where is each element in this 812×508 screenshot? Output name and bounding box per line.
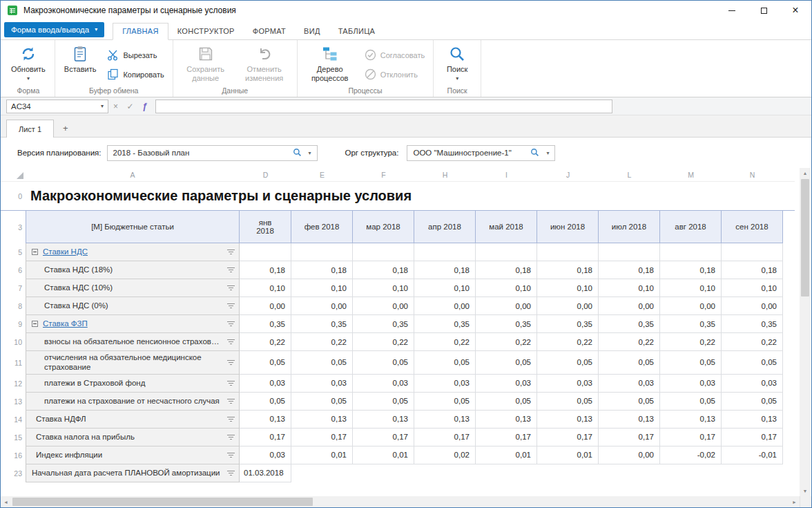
cell[interactable]: 0,00 bbox=[722, 297, 783, 315]
cell[interactable]: 0,10 bbox=[414, 279, 476, 297]
cell[interactable]: 0,17 bbox=[414, 429, 476, 446]
copy-button[interactable]: Копировать bbox=[103, 67, 168, 82]
reject-button[interactable]: Отклонить bbox=[360, 67, 422, 82]
cell[interactable] bbox=[660, 464, 722, 482]
row-number[interactable]: 14 bbox=[1, 411, 26, 429]
cell[interactable] bbox=[537, 464, 599, 482]
ribbon-tab[interactable]: КОНСТРУКТОР bbox=[168, 23, 244, 39]
cell[interactable]: 0,35 bbox=[660, 315, 722, 333]
minimize-button[interactable] bbox=[716, 1, 748, 20]
cell[interactable]: 0,05 bbox=[537, 351, 599, 375]
confirm-entry-icon[interactable]: ✓ bbox=[123, 102, 137, 111]
cell[interactable]: -0,02 bbox=[660, 446, 722, 464]
column-header[interactable]: J bbox=[537, 168, 599, 181]
cell[interactable]: 0,00 bbox=[353, 297, 414, 315]
scroll-up-icon[interactable]: ▲ bbox=[800, 168, 811, 178]
header-month[interactable]: мар 2018 bbox=[353, 211, 414, 243]
save-data-button[interactable]: Сохранить данные bbox=[177, 42, 234, 84]
cell[interactable]: 0,03 bbox=[722, 375, 783, 393]
filter-icon[interactable] bbox=[226, 471, 235, 476]
cell[interactable]: 0,22 bbox=[240, 333, 291, 351]
cell[interactable]: 0,03 bbox=[537, 375, 599, 393]
cut-button[interactable]: Вырезать bbox=[103, 48, 161, 62]
cell[interactable]: 0,03 bbox=[660, 375, 722, 393]
row-label[interactable]: взносы на обязательное пенсионное страхо… bbox=[26, 333, 240, 351]
header-month[interactable]: авг 2018 bbox=[660, 211, 722, 243]
version-combo[interactable]: 2018 - Базовый план ▾ bbox=[107, 145, 318, 161]
close-button[interactable]: × bbox=[780, 1, 811, 20]
cell[interactable] bbox=[537, 243, 599, 261]
row-number[interactable]: 12 bbox=[1, 375, 26, 393]
scroll-right-icon[interactable]: ► bbox=[789, 496, 800, 507]
cell[interactable] bbox=[599, 464, 660, 482]
chevron-down-icon[interactable]: ▾ bbox=[306, 150, 314, 156]
cell[interactable]: 0,13 bbox=[476, 411, 537, 429]
scroll-down-icon[interactable]: ▼ bbox=[800, 486, 811, 496]
column-header[interactable]: F bbox=[353, 168, 414, 181]
formula-input[interactable] bbox=[155, 100, 612, 113]
cell[interactable]: 0,35 bbox=[353, 315, 414, 333]
cell[interactable]: 0,22 bbox=[722, 333, 783, 351]
row-number[interactable]: 16 bbox=[1, 446, 26, 464]
cell[interactable]: 0,05 bbox=[722, 393, 783, 411]
cell[interactable]: 0,35 bbox=[476, 315, 537, 333]
cell[interactable]: 0,10 bbox=[599, 279, 660, 297]
cell[interactable]: 0,03 bbox=[414, 375, 476, 393]
cell[interactable]: 0,00 bbox=[599, 446, 660, 464]
cancel-entry-icon[interactable]: × bbox=[108, 102, 123, 111]
cell[interactable]: 0,13 bbox=[414, 411, 476, 429]
row-label[interactable]: платежи в Страховой фонд bbox=[26, 375, 240, 393]
org-combo[interactable]: ООО "Машиностроение-1" ▾ bbox=[407, 145, 555, 161]
cell[interactable] bbox=[353, 464, 414, 482]
cell[interactable]: 0,22 bbox=[660, 333, 722, 351]
cell[interactable] bbox=[722, 243, 783, 261]
cell[interactable]: 0,17 bbox=[291, 429, 353, 446]
collapse-icon[interactable] bbox=[32, 321, 38, 327]
cell[interactable]: 0,10 bbox=[476, 279, 537, 297]
header-month[interactable]: янв 2018 bbox=[240, 211, 291, 243]
cell[interactable]: 0,05 bbox=[599, 351, 660, 375]
cell[interactable]: 0,10 bbox=[291, 279, 353, 297]
filter-icon[interactable] bbox=[226, 417, 235, 422]
filter-icon[interactable] bbox=[226, 435, 235, 440]
cell[interactable]: 0,10 bbox=[353, 279, 414, 297]
chevron-down-icon[interactable]: ▾ bbox=[543, 150, 552, 156]
column-header[interactable]: L bbox=[599, 168, 660, 181]
filter-icon[interactable] bbox=[226, 339, 235, 344]
row-number[interactable]: 6 bbox=[1, 261, 26, 279]
cell[interactable]: 0,35 bbox=[414, 315, 476, 333]
row-number[interactable]: 13 bbox=[1, 393, 26, 411]
ribbon-tab[interactable]: ГЛАВНАЯ bbox=[113, 23, 168, 40]
cell[interactable] bbox=[414, 243, 476, 261]
column-header[interactable]: A bbox=[26, 168, 240, 181]
cell[interactable] bbox=[291, 464, 353, 482]
row-label[interactable]: Ставка налога на прибыль bbox=[26, 429, 240, 446]
cell[interactable]: 0,18 bbox=[414, 261, 476, 279]
cell[interactable]: 0,13 bbox=[660, 411, 722, 429]
cell[interactable] bbox=[722, 464, 783, 482]
cell[interactable]: 0,05 bbox=[291, 351, 353, 375]
cell[interactable]: 0,05 bbox=[660, 351, 722, 375]
form-io-button[interactable]: Форма ввода/вывода ▾ bbox=[4, 22, 104, 37]
group-row-label[interactable]: Ставки НДС bbox=[26, 243, 240, 261]
row-number[interactable]: 10 bbox=[1, 333, 26, 351]
cell[interactable]: 0,03 bbox=[240, 375, 291, 393]
ribbon-tab[interactable]: ФОРМАТ bbox=[244, 23, 295, 39]
cell-reference-box[interactable]: AC34 ▾ bbox=[6, 100, 108, 113]
cell[interactable]: 0,17 bbox=[599, 429, 660, 446]
scroll-left-icon[interactable]: ◄ bbox=[1, 496, 11, 507]
cell[interactable] bbox=[353, 243, 414, 261]
cell[interactable]: 0,05 bbox=[722, 351, 783, 375]
filter-icon[interactable] bbox=[226, 321, 235, 326]
cell[interactable]: 0,18 bbox=[599, 261, 660, 279]
cell[interactable]: 0,00 bbox=[291, 297, 353, 315]
cell[interactable]: 0,05 bbox=[660, 393, 722, 411]
header-month[interactable]: апр 2018 bbox=[414, 211, 476, 243]
cell[interactable]: 0,03 bbox=[476, 375, 537, 393]
undo-changes-button[interactable]: Отменить изменения bbox=[236, 42, 293, 84]
filter-icon[interactable] bbox=[226, 285, 235, 290]
cell[interactable]: 0,10 bbox=[660, 279, 722, 297]
cell[interactable]: 0,18 bbox=[476, 261, 537, 279]
cell[interactable]: 0,03 bbox=[599, 375, 660, 393]
cell[interactable]: 0,10 bbox=[537, 279, 599, 297]
